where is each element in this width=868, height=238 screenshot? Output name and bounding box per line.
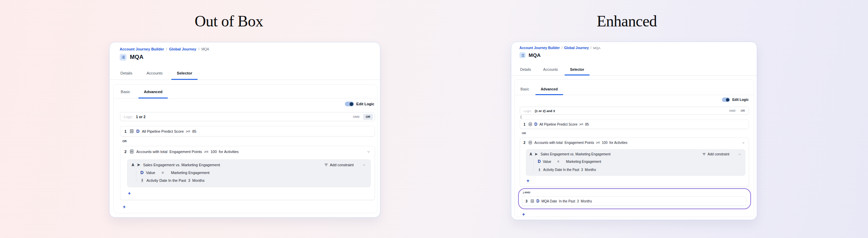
- page-title: MQA: [130, 53, 143, 61]
- tab-accounts[interactable]: Accounts: [146, 71, 163, 80]
- logic-value: 1 or 2: [136, 115, 145, 119]
- journey-icon: [534, 152, 538, 156]
- subtab-basic[interactable]: Basic: [120, 90, 131, 98]
- condition-number: 2: [124, 150, 127, 154]
- edit-logic-label: Edit Logic: [356, 102, 374, 106]
- selector-subtabs: Basic Advanced: [114, 85, 377, 99]
- journey-icon: [137, 163, 141, 167]
- breadcrumb-link-global-journey[interactable]: Global Journey: [564, 46, 589, 50]
- add-constraint-label: Add constraint: [330, 163, 354, 167]
- constraint-field: Value: [146, 171, 155, 175]
- breadcrumb-current: MQA: [593, 46, 600, 50]
- out-of-box-card: Account Journey Builder / Global Journey…: [109, 42, 380, 218]
- breadcrumb-link-account-journey-builder[interactable]: Account Journey Builder: [120, 47, 164, 51]
- tab-selector[interactable]: Selector: [176, 71, 193, 80]
- constraint-value: Marketing Engagement: [171, 171, 210, 175]
- condition-group-row-2: 2 Accounts with total Engagement Points …: [120, 146, 375, 200]
- constraint-box: A Sales Engagement vs. Marketing Engagem…: [127, 159, 371, 187]
- chevron-down-icon[interactable]: [367, 150, 371, 154]
- subtab-basic[interactable]: Basic: [520, 87, 530, 95]
- chevron-down-icon[interactable]: [742, 141, 745, 145]
- filter-icon: [324, 163, 328, 167]
- logic-connector-close-and: ) AND: [523, 191, 746, 194]
- condition-row-1[interactable]: 1 D All Pipeline Predict Score >= 85: [520, 120, 749, 129]
- chevron-down-icon[interactable]: [738, 152, 742, 156]
- constraint-title: Sales Engagement vs. Marketing Engagemen…: [540, 152, 610, 156]
- condition-number: 1: [124, 129, 127, 133]
- edit-logic-toggle[interactable]: [345, 102, 354, 106]
- condition-text: Accounts with total Engagement Points >=…: [136, 150, 239, 154]
- selector-panel: Basic Advanced Edit Logic Logic: 1 or 2 …: [113, 84, 377, 213]
- filter-icon: [702, 152, 706, 156]
- demandbase-logo: D: [536, 199, 539, 203]
- condition-number: 2: [524, 141, 526, 145]
- add-constraint-button[interactable]: Add constraint: [324, 163, 354, 167]
- building-icon: [528, 122, 532, 126]
- edit-logic-toggle[interactable]: [722, 98, 730, 102]
- selector-panel: Basic Advanced Edit Logic Logic: (1 or 2…: [514, 79, 754, 217]
- and-button[interactable]: AND: [727, 108, 737, 113]
- add-condition-button[interactable]: +: [120, 200, 126, 209]
- constraint-activity-row[interactable]: Activity Date In the Past 3 Months: [140, 178, 366, 182]
- or-button[interactable]: OR: [738, 108, 747, 113]
- tab-details[interactable]: Details: [519, 67, 532, 75]
- constraint-letter: A: [132, 163, 134, 167]
- condition-group-row-2: 2 Accounts with total Engagement Points …: [520, 137, 749, 187]
- demandbase-logo: D: [136, 129, 139, 133]
- breadcrumb-separator: /: [590, 46, 591, 50]
- person-icon: [538, 168, 541, 172]
- constraint-box: A Sales Engagement vs. Marketing Engagem…: [526, 149, 745, 176]
- or-button[interactable]: OR: [363, 114, 373, 120]
- constraint-activity-text: Activity Date In the Past 3 Months: [543, 168, 596, 172]
- condition-row-2[interactable]: 2 Accounts with total Engagement Points …: [124, 146, 371, 157]
- condition-text: All Pipeline Predict Score >= 85: [142, 129, 196, 133]
- constraint-activity-text: Activity Date In the Past 3 Months: [146, 178, 204, 182]
- logic-label: Logic:: [124, 115, 133, 119]
- add-constraint-row-button[interactable]: +: [124, 187, 131, 196]
- breadcrumb-separator: /: [198, 47, 199, 51]
- condition-text: All Pipeline Predict Score >= 85: [539, 123, 589, 126]
- enhancement-highlight: ) AND 3 D MQA Date In the Past 3 Months: [518, 188, 751, 209]
- building-icon: [528, 140, 532, 145]
- open-paren: (: [520, 115, 749, 119]
- logic-label: Logic:: [524, 109, 532, 113]
- constraint-value-row[interactable]: D Value = Marketing Engagement: [538, 159, 742, 164]
- breadcrumb-link-global-journey[interactable]: Global Journey: [169, 47, 196, 51]
- constraint-letter: A: [530, 152, 532, 156]
- edit-logic-label: Edit Logic: [732, 98, 749, 102]
- subtab-advanced[interactable]: Advanced: [540, 87, 558, 95]
- enhanced-card: Account Journey Builder / Global Journey…: [511, 42, 757, 220]
- constraint-value-row[interactable]: D Value = Marketing Engagement: [140, 170, 366, 175]
- breadcrumb-separator: /: [166, 47, 167, 51]
- tab-details[interactable]: Details: [120, 71, 133, 80]
- breadcrumb: Account Journey Builder / Global Journey…: [519, 46, 749, 50]
- building-icon: [530, 199, 534, 203]
- add-constraint-button[interactable]: Add constraint: [702, 152, 729, 156]
- chevron-down-icon[interactable]: [362, 163, 366, 167]
- breadcrumb-link-account-journey-builder[interactable]: Account Journey Builder: [519, 46, 560, 50]
- and-button[interactable]: AND: [350, 114, 362, 120]
- right-section-heading: Enhanced: [597, 14, 657, 29]
- subtab-advanced[interactable]: Advanced: [143, 90, 163, 98]
- toggle-knob: [350, 102, 353, 106]
- building-icon: [130, 149, 134, 154]
- logic-expression-input[interactable]: Logic: (1 or 2) and 3 AND OR: [520, 107, 749, 115]
- list-icon: [120, 54, 126, 61]
- condition-row-1[interactable]: 1 D All Pipeline Predict Score >= 85: [120, 126, 375, 136]
- left-section-heading: Out of Box: [195, 14, 263, 29]
- building-icon: [130, 129, 134, 133]
- add-condition-button[interactable]: +: [520, 209, 525, 217]
- add-constraint-row-button[interactable]: +: [524, 176, 529, 183]
- constraint-activity-row[interactable]: Activity Date In the Past 3 Months: [538, 168, 742, 172]
- condition-row-3[interactable]: 3 D MQA Date In the Past 3 Months: [522, 196, 746, 206]
- logic-expression-input[interactable]: Logic: 1 or 2 AND OR: [120, 112, 375, 121]
- tab-accounts[interactable]: Accounts: [542, 67, 558, 75]
- condition-row-2[interactable]: 2 Accounts with total Engagement Points …: [524, 138, 745, 147]
- tab-selector[interactable]: Selector: [569, 67, 585, 75]
- constraint-title: Sales Engagement vs. Marketing Engagemen…: [143, 163, 220, 167]
- constraint-operator: =: [557, 160, 559, 164]
- logic-value: (1 or 2) and 3: [535, 109, 555, 113]
- add-constraint-label: Add constraint: [708, 152, 729, 156]
- constraint-operator: =: [162, 171, 164, 175]
- demandbase-logo: D: [140, 170, 143, 175]
